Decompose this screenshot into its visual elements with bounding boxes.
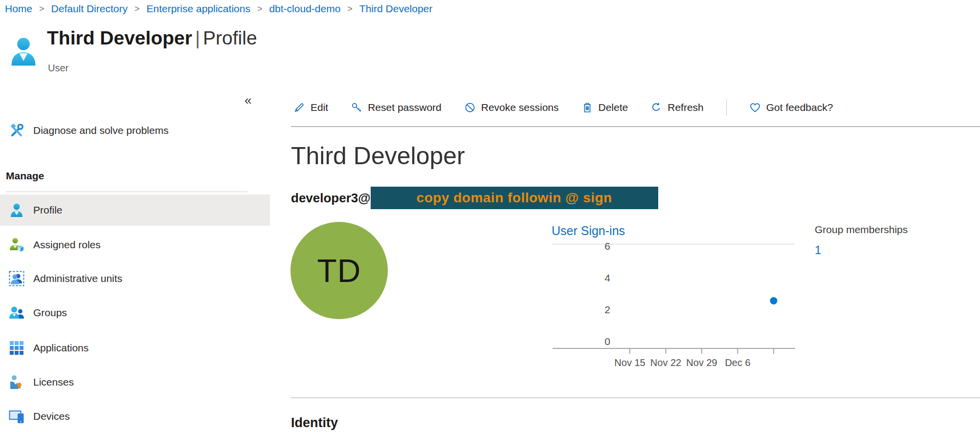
breadcrumb-enterprise-applications[interactable]: Enterprise applications [146, 3, 250, 15]
sidebar-item-applications[interactable]: Applications [0, 332, 270, 364]
sidebar-divider [6, 192, 247, 192]
y-tick-label: 4 [604, 272, 610, 283]
sidebar-item-diagnose[interactable]: Diagnose and solve problems [0, 115, 270, 146]
signin-data-point [770, 297, 778, 304]
delete-button-label: Delete [599, 102, 628, 113]
applications-icon [9, 340, 24, 356]
page-subtitle: User [48, 63, 68, 74]
sidebar-item-label: Licenses [33, 376, 74, 388]
sidebar-item-label: Profile [33, 204, 63, 216]
revoke-sessions-button[interactable]: Revoke sessions [464, 102, 559, 113]
page-title: Third Developer|Profile [47, 27, 257, 49]
sidebar-item-licenses[interactable]: Licenses [0, 367, 270, 398]
sidebar-item-label: Assigned roles [33, 239, 101, 251]
page-title-separator: | [192, 27, 203, 48]
sidebar-item-label: Applications [33, 342, 89, 354]
assigned-roles-icon [9, 237, 24, 253]
group-memberships-count-link[interactable]: 1 [815, 243, 821, 257]
delete-button[interactable]: Delete [581, 102, 628, 113]
x-tick-label: Nov 15 [614, 357, 645, 368]
user-sign-ins-link[interactable]: User Sign-ins [552, 224, 625, 238]
pencil-icon [293, 102, 305, 113]
toolbar-underline [291, 126, 980, 127]
administrative-units-icon [9, 271, 24, 286]
breadcrumb-default-directory[interactable]: Default Directory [51, 3, 128, 15]
x-tick-label: Nov 22 [650, 357, 681, 368]
x-tick-label: Dec 6 [725, 357, 750, 368]
refresh-button-label: Refresh [668, 102, 704, 113]
breadcrumb-separator: > [257, 4, 263, 14]
devices-icon [9, 409, 24, 424]
sidebar-item-label: Groups [33, 307, 67, 319]
email-prefix: developer3@ [291, 191, 371, 206]
breadcrumb-separator: > [347, 4, 353, 14]
redaction-note: copy domain followin @ sign [417, 190, 612, 206]
user-sign-ins-chart: 6 4 2 0 Nov 15 Nov 22 Nov 29 Dec 6 [551, 242, 800, 384]
breadcrumb: Home > Default Directory > Enterprise ap… [5, 3, 432, 15]
sidebar-item-devices[interactable]: Devices [0, 401, 270, 432]
x-axis-ticks [630, 348, 774, 354]
got-feedback-button-label: Got feedback? [766, 102, 833, 113]
breadcrumb-separator: > [39, 4, 45, 14]
licenses-icon [9, 374, 24, 390]
edit-button[interactable]: Edit [293, 102, 328, 113]
profile-icon [9, 202, 24, 218]
breadcrumb-third-developer[interactable]: Third Developer [359, 3, 432, 15]
sidebar-section-manage: Manage [6, 170, 44, 182]
revoke-sessions-button-label: Revoke sessions [481, 102, 559, 113]
toolbar-divider [726, 99, 727, 116]
sidebar-item-assigned-roles[interactable]: Assigned roles [0, 229, 270, 260]
redaction-overlay: copy domain followin @ sign [371, 187, 658, 209]
command-bar: Edit Reset password Revoke sessions Dele… [293, 97, 833, 118]
diagnose-icon [9, 123, 24, 138]
profile-display-name: Third Developer [291, 142, 465, 170]
sidebar-collapse-button[interactable]: « [245, 93, 251, 108]
key-icon [351, 102, 362, 113]
edit-button-label: Edit [311, 102, 328, 113]
breadcrumb-dbt-cloud-demo[interactable]: dbt-cloud-demo [269, 3, 340, 15]
refresh-button[interactable]: Refresh [650, 102, 704, 113]
breadcrumb-separator: > [134, 4, 140, 14]
sidebar-item-groups[interactable]: Groups [0, 297, 270, 328]
identity-section-title: Identity [291, 415, 338, 431]
page-title-section: Profile [203, 27, 257, 48]
sidebar-item-label: Diagnose and solve problems [33, 125, 169, 136]
groups-icon [9, 305, 24, 321]
y-tick-label: 0 [604, 336, 610, 347]
group-memberships-label: Group memberships [815, 224, 908, 236]
avatar-initials: TD [317, 252, 361, 289]
heart-icon [749, 102, 761, 113]
sidebar-item-label: Devices [33, 410, 70, 422]
user-icon [9, 36, 38, 67]
reset-password-button[interactable]: Reset password [351, 102, 442, 113]
section-divider [291, 397, 980, 398]
block-icon [464, 102, 476, 113]
page-title-name: Third Developer [47, 27, 192, 48]
got-feedback-button[interactable]: Got feedback? [749, 102, 833, 113]
avatar: TD [290, 222, 388, 319]
sidebar-item-label: Administrative units [33, 273, 122, 284]
trash-icon [581, 102, 593, 113]
refresh-icon [650, 102, 662, 113]
y-tick-label: 6 [604, 242, 610, 252]
x-tick-label: Nov 29 [686, 357, 717, 368]
reset-password-button-label: Reset password [368, 102, 442, 113]
breadcrumb-home[interactable]: Home [5, 3, 32, 15]
y-tick-label: 2 [604, 304, 610, 315]
sidebar-item-profile[interactable]: Profile [0, 194, 270, 226]
sidebar-item-administrative-units[interactable]: Administrative units [0, 263, 270, 294]
user-principal-name: developer3@ copy domain followin @ sign [291, 187, 658, 209]
